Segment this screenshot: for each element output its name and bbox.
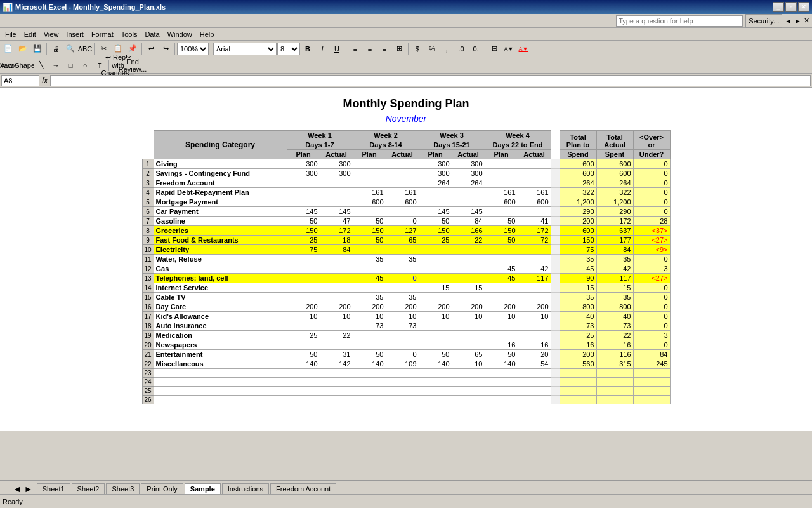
cell-w1-plan[interactable] — [287, 188, 320, 197]
cell-w1-plan[interactable] — [287, 369, 320, 378]
cell-w2-actual[interactable]: 35 — [386, 255, 419, 264]
cell-w4-plan[interactable] — [485, 178, 518, 188]
cell-w1-actual[interactable] — [320, 264, 353, 274]
cell-w2-actual[interactable]: 127 — [386, 226, 419, 236]
cell-category[interactable]: Rapid Debt-Repayment Plan — [154, 188, 287, 197]
cell-w4-plan[interactable]: 45 — [485, 264, 518, 274]
new-btn[interactable]: 📄 — [1, 42, 15, 56]
currency-btn[interactable]: $ — [410, 42, 424, 56]
cell-over-under[interactable]: 0 — [633, 312, 670, 321]
cell-total-plan[interactable]: 73 — [560, 321, 596, 331]
cell-w1-plan[interactable]: 50 — [287, 350, 320, 359]
cell-category[interactable]: Electricity — [154, 245, 287, 255]
cell-w4-actual[interactable] — [518, 396, 551, 404]
line-btn[interactable]: ╲ — [34, 58, 48, 72]
cell-w1-actual[interactable] — [320, 293, 353, 302]
cell-w3-actual[interactable]: 15 — [452, 283, 485, 293]
fill-color-btn[interactable]: A▼ — [502, 42, 516, 56]
cell-w2-actual[interactable] — [386, 207, 419, 217]
cell-w1-actual[interactable] — [320, 378, 353, 387]
cell-w2-plan[interactable] — [353, 283, 386, 293]
cell-category[interactable] — [154, 387, 287, 396]
cell-over-under[interactable]: 28 — [633, 217, 670, 226]
cell-w2-plan[interactable] — [353, 245, 386, 255]
cell-category[interactable]: Kid's Allowance — [154, 312, 287, 321]
cell-w4-plan[interactable] — [485, 245, 518, 255]
cell-total-actual[interactable]: 117 — [596, 274, 633, 283]
cell-w4-plan[interactable] — [485, 207, 518, 217]
cell-w3-actual[interactable] — [452, 340, 485, 350]
cell-w2-plan[interactable] — [353, 378, 386, 387]
cell-w2-plan[interactable]: 150 — [353, 226, 386, 236]
cell-w3-actual[interactable] — [452, 378, 485, 387]
cell-total-plan[interactable]: 90 — [560, 274, 596, 283]
cell-w1-plan[interactable]: 140 — [287, 359, 320, 369]
cell-w3-actual[interactable]: 145 — [452, 207, 485, 217]
menu-window[interactable]: Window — [164, 29, 196, 39]
cell-w4-plan[interactable]: 140 — [485, 359, 518, 369]
open-btn[interactable]: 📂 — [16, 42, 30, 56]
cell-w1-actual[interactable] — [320, 255, 353, 264]
cell-w3-plan[interactable]: 300 — [419, 169, 452, 178]
cell-w4-actual[interactable] — [518, 255, 551, 264]
cell-w2-actual[interactable] — [386, 283, 419, 293]
cell-w2-actual[interactable]: 0 — [386, 274, 419, 283]
align-right-btn[interactable]: ≡ — [377, 42, 391, 56]
preview-btn[interactable]: 🔍 — [63, 42, 77, 56]
cell-total-plan[interactable]: 322 — [560, 188, 596, 197]
cell-category[interactable]: Day Care — [154, 302, 287, 312]
cell-w4-plan[interactable] — [485, 293, 518, 302]
cell-w3-plan[interactable] — [419, 321, 452, 331]
cell-w3-plan[interactable]: 264 — [419, 178, 452, 188]
cell-w4-plan[interactable]: 50 — [485, 350, 518, 359]
cell-total-plan[interactable]: 150 — [560, 236, 596, 245]
cell-w4-actual[interactable] — [518, 387, 551, 396]
nav-back-icon[interactable]: ◄ — [785, 17, 792, 25]
cell-w1-actual[interactable] — [320, 274, 353, 283]
cell-w2-plan[interactable]: 50 — [353, 350, 386, 359]
border-btn[interactable]: ⊟ — [487, 42, 501, 56]
cell-over-under[interactable]: 0 — [633, 302, 670, 312]
cell-total-actual[interactable] — [596, 396, 633, 404]
cell-over-under[interactable]: 84 — [633, 350, 670, 359]
cell-w1-plan[interactable]: 145 — [287, 207, 320, 217]
cell-w3-actual[interactable]: 300 — [452, 159, 485, 169]
cell-over-under[interactable] — [633, 369, 670, 378]
cell-category[interactable]: Auto Insurance — [154, 321, 287, 331]
cell-w3-plan[interactable] — [419, 245, 452, 255]
cell-total-actual[interactable]: 15 — [596, 283, 633, 293]
cell-w1-actual[interactable]: 84 — [320, 245, 353, 255]
cell-w4-actual[interactable]: 200 — [518, 302, 551, 312]
align-center-btn[interactable]: ≡ — [363, 42, 377, 56]
cell-w1-actual[interactable]: 18 — [320, 236, 353, 245]
cell-w2-plan[interactable]: 50 — [353, 217, 386, 226]
cell-w4-actual[interactable]: 161 — [518, 188, 551, 197]
zoom-select[interactable]: 100% — [177, 43, 209, 55]
cell-over-under[interactable]: <9> — [633, 245, 670, 255]
arrow-btn[interactable]: → — [49, 58, 63, 72]
cell-w1-plan[interactable] — [287, 396, 320, 404]
cell-w4-actual[interactable]: 41 — [518, 217, 551, 226]
cell-w1-actual[interactable] — [320, 387, 353, 396]
cell-w4-plan[interactable] — [485, 331, 518, 340]
cell-over-under[interactable]: 0 — [633, 169, 670, 178]
undo-btn[interactable]: ↩ — [144, 42, 158, 56]
cell-w4-plan[interactable]: 45 — [485, 274, 518, 283]
fontsize-select[interactable]: 8 — [277, 43, 300, 55]
cell-w3-actual[interactable] — [452, 274, 485, 283]
cell-w4-plan[interactable] — [485, 369, 518, 378]
autoshapes-btn[interactable]: AutoShapes▼ — [16, 58, 30, 72]
cell-w3-actual[interactable] — [452, 245, 485, 255]
cell-category[interactable] — [154, 369, 287, 378]
cell-w4-actual[interactable]: 54 — [518, 359, 551, 369]
cell-w2-plan[interactable] — [353, 169, 386, 178]
cell-w4-plan[interactable]: 161 — [485, 188, 518, 197]
cell-category[interactable]: Medication — [154, 331, 287, 340]
cell-w4-actual[interactable] — [518, 378, 551, 387]
font-color-btn[interactable]: A▼ — [516, 42, 530, 56]
menu-edit[interactable]: Edit — [20, 29, 40, 39]
cell-w1-actual[interactable]: 31 — [320, 350, 353, 359]
cell-w2-plan[interactable]: 73 — [353, 321, 386, 331]
cell-over-under[interactable] — [633, 378, 670, 387]
cell-w3-actual[interactable]: 10 — [452, 359, 485, 369]
